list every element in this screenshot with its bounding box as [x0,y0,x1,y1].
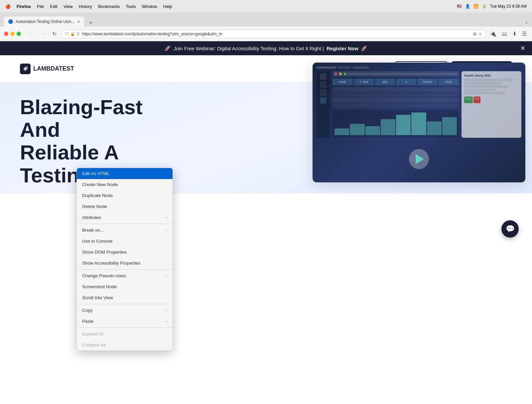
reload-button[interactable]: ↻ [50,29,59,38]
minimize-window-button[interactable] [10,32,15,36]
maximize-window-button[interactable] [17,32,21,36]
tab-scroll-arrows[interactable]: › [524,18,529,27]
tracking-icon: ☰ [76,32,80,36]
forward-button[interactable]: → [38,30,48,38]
tab-close-button[interactable]: × [77,19,80,24]
bookmark-icon[interactable]: ☆ [478,32,482,36]
attributes-label: Attributes [82,215,101,220]
logo-icon [20,64,31,74]
extensions-button[interactable]: 🔌 [488,29,498,38]
menu-item-pseudo-class[interactable]: Change Pseudo-class › [77,270,173,281]
dom-props-label: Show DOM Properties [82,250,127,255]
edit-menu[interactable]: Edit [50,4,57,9]
break-on-arrow: › [166,228,167,232]
menu-item-paste[interactable]: Paste › [77,316,173,327]
pseudo-class-arrow: › [166,274,167,278]
dashboard-inner: Node C Test php # Python Ruby [313,63,525,182]
accessibility-props-label: Show Accessibility Properties [82,261,141,266]
announcement-text: Join Free Webinar: Digital Accessibility… [174,46,324,51]
announcement-bar: 🚀 Join Free Webinar: Digital Accessibili… [0,41,532,55]
menu-item-duplicate-node[interactable]: Duplicate Node [77,190,173,201]
reader-icon[interactable]: ⊟ [473,32,476,36]
menu-item-delete-node[interactable]: Delete Node [77,201,173,212]
collapse-all-label: Collapse All [82,342,106,347]
lock-icon: 🔒 [70,32,75,36]
separator-3 [77,304,173,304]
hamburger-menu-button[interactable]: ☰ [521,29,528,38]
expand-all-label: Expand All [82,331,103,336]
attributes-arrow: › [166,216,167,220]
play-button[interactable] [409,149,429,169]
menu-item-expand-all: Expand All [77,328,173,339]
separator-2 [77,269,173,270]
menu-item-edit-html[interactable]: Edit As HTML [77,168,173,179]
back-button[interactable]: ← [26,30,36,38]
tools-menu[interactable]: Tools [126,4,136,9]
menu-item-accessibility-props[interactable]: Show Accessibility Properties [77,258,173,269]
announcement-cta[interactable]: Register Now [327,46,358,51]
address-bar[interactable]: 🛡 🔒 ☰ https://www.lambdatest.com/lp/auto… [61,30,486,38]
announcement-emoji-left: 🚀 [165,45,171,51]
app-name[interactable]: Firefox [17,4,31,9]
copy-label: Copy [82,308,93,313]
download-button[interactable]: ⬇ [511,29,518,38]
url-text: https://www.lambdatest.com/lp/automation… [82,32,471,36]
site-logo[interactable]: LAMBDATEST [20,64,74,74]
screenshot-node-label: Screenshot Node [82,284,117,289]
duplicate-node-label: Duplicate Node [82,193,113,198]
file-menu[interactable]: File [37,4,44,9]
macos-menubar: 🍎 Firefox File Edit View History Bookmar… [0,0,532,13]
tab-title: Automation Testing Online Usin... [16,19,74,24]
tab-favicon: 🔵 [8,19,13,24]
history-menu[interactable]: History [79,4,92,9]
hero-line-2: Reliable A [20,141,186,164]
menu-item-dom-props[interactable]: Show DOM Properties [77,247,173,258]
new-tab-button[interactable]: + [86,20,95,27]
pocket-button[interactable]: 🗂 [500,30,508,38]
system-battery[interactable]: 🔋 [482,4,487,9]
view-menu[interactable]: View [64,4,73,9]
dashboard-preview: Node C Test php # Python Ruby [313,63,525,182]
separator-1 [77,224,173,224]
announcement-emoji-right: 🚀 [361,45,367,51]
delete-node-label: Delete Node [82,204,107,209]
edit-html-label: Edit As HTML [82,171,110,176]
window-controls [4,32,21,36]
copy-arrow: › [166,308,167,312]
browser-tab[interactable]: 🔵 Automation Testing Online Usin... × [3,16,85,27]
menu-item-scroll-into-view[interactable]: Scroll Into View [77,292,173,303]
logo-text: LAMBDATEST [33,65,74,72]
close-window-button[interactable] [4,32,8,36]
menu-item-break-on[interactable]: Break on... › [77,225,173,236]
menu-item-copy[interactable]: Copy › [77,305,173,316]
menu-item-use-console[interactable]: Use in Console [77,236,173,247]
hero-line-1: Blazing-Fast And [20,96,186,141]
help-menu[interactable]: Help [163,4,172,9]
menu-item-create-node[interactable]: Create New Node [77,179,173,190]
menu-item-collapse-all: Collapse All [77,339,173,350]
paste-label: Paste [82,319,94,324]
chat-bubble-button[interactable]: 💬 [501,220,519,238]
menu-item-attributes[interactable]: Attributes › [77,212,173,223]
website-content: 🚀 Join Free Webinar: Digital Accessibili… [0,41,532,404]
shield-icon: 🛡 [65,32,69,36]
paste-arrow: › [166,319,167,323]
context-menu: Edit As HTML Create New Node Duplicate N… [76,168,173,351]
separator-4 [77,327,173,328]
navigation-bar: ← → ↻ 🛡 🔒 ☰ https://www.lambdatest.com/l… [0,27,532,41]
use-console-label: Use in Console [82,239,113,244]
pseudo-class-label: Change Pseudo-class [82,273,126,278]
system-user[interactable]: 👤 [465,4,470,9]
system-time: Tue May 23 9:38 AM [490,4,527,9]
menu-item-screenshot-node[interactable]: Screenshot Node [77,281,173,292]
system-wifi[interactable]: 📶 [473,4,478,9]
apple-menu[interactable]: 🍎 [5,4,11,9]
system-flag[interactable]: 🇺🇸 [457,4,462,9]
scroll-into-view-label: Scroll Into View [82,295,113,300]
page-viewport: 🚀 Join Free Webinar: Digital Accessibili… [0,41,532,404]
break-on-label: Break on... [82,228,104,233]
window-menu[interactable]: Window [142,4,157,9]
tab-bar: 🔵 Automation Testing Online Usin... × + … [0,13,532,27]
bookmarks-menu[interactable]: Bookmarks [98,4,120,9]
announcement-close-button[interactable]: ✕ [520,45,525,52]
